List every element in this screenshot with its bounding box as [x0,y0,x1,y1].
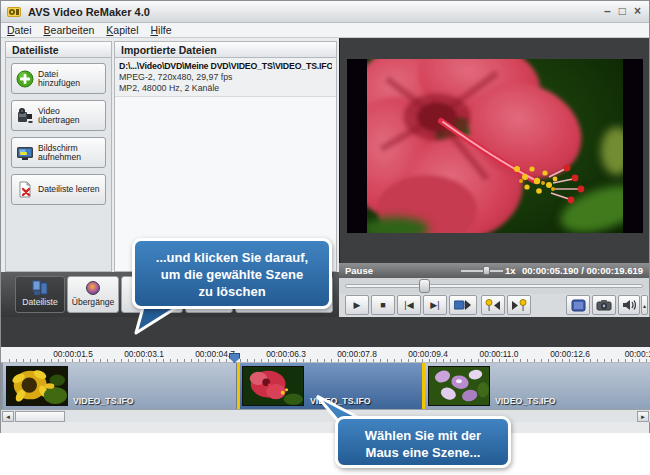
transitions-tab-icon [85,280,101,296]
file-audio-info: MP2, 48000 Hz, 2 Kanäle [119,83,332,93]
add-file-icon [15,69,35,89]
capture-video-icon [15,106,35,126]
speed-slider[interactable] [461,270,503,272]
window-title: AVS Video ReMaker 4.0 [28,6,150,18]
timeline-ruler[interactable]: 00:00:01.5 00:00:03.1 00:00:04.7 00:00:0… [1,347,650,363]
menu-bar: Datei Bearbeiten Kapitel Hilfe [1,23,649,38]
scrollbar-thumb[interactable] [15,411,65,422]
seek-track[interactable] [345,284,643,288]
imported-panel-header: Importierte Dateien [114,41,337,58]
screen-capture-button[interactable]: Bildschirm aufnehmen [11,137,106,168]
playback-status: Pause [345,265,373,276]
transport-controls: ▶ ■ |◀ ▶| [339,294,649,317]
app-icon [6,5,22,19]
snapshot-button[interactable] [592,295,616,315]
minimize-button[interactable]: – [604,4,611,18]
clear-list-icon [15,180,35,200]
title-bar: AVS Video ReMaker 4.0 – □ × [1,1,649,23]
play-button[interactable]: ▶ [345,295,369,315]
next-marker-button[interactable] [507,295,531,315]
video-image-hibiscus [367,59,623,233]
previous-frame-button[interactable]: |◀ [397,295,421,315]
next-scene-icon [454,299,472,311]
speed-value: 1x [505,265,516,276]
seek-handle[interactable] [419,279,430,293]
menu-bearbeiten[interactable]: Bearbeiten [38,24,101,36]
menu-datei[interactable]: Datei [1,24,38,36]
scroll-right-button[interactable]: ► [637,411,649,422]
next-scene-button[interactable] [449,295,477,315]
callout-select-hint: Wählen Sie mit der Maus eine Szene... [335,416,511,468]
stop-button[interactable]: ■ [371,295,395,315]
seek-bar [339,278,649,294]
clear-list-button[interactable]: Dateiliste leeren [11,174,106,205]
file-panel-header: Dateiliste [5,41,112,58]
timeline-clip-3[interactable]: VIDEO_TS.IFO [425,363,650,409]
clip-label: VIDEO_TS.IFO [73,396,134,406]
speaker-icon [622,299,636,311]
video-preview-frame [339,38,649,263]
file-video-info: MPEG-2, 720x480, 29,97 fps [119,72,332,82]
speed-slider-handle[interactable] [483,266,490,275]
tab-uebergaenge[interactable]: Übergänge [67,276,119,313]
volume-button[interactable] [618,295,640,315]
fullscreen-icon [571,299,586,312]
file-list-panel: Dateiliste Datei hinzufügen [5,41,112,272]
add-file-button[interactable]: Datei hinzufügen [11,63,106,94]
timeline-clip-1[interactable]: VIDEO_TS.IFO [3,363,237,409]
tab-dateiliste[interactable]: Dateiliste [15,276,65,313]
menu-kapitel[interactable]: Kapitel [100,24,144,36]
capture-video-button[interactable]: Video übertragen [11,100,106,131]
clip-1-thumbnail-sunflower [6,366,68,406]
imported-file-entry[interactable]: D:\...\Video\DVD\Meine DVD\VIDEO_TS\VIDE… [115,58,336,97]
volume-expand-button[interactable]: ▴ [641,295,648,315]
previous-marker-button[interactable] [481,295,505,315]
scroll-left-button[interactable]: ◄ [2,411,14,422]
callout-delete-hint: ...und klicken Sie darauf, um die gewähl… [132,238,332,309]
playback-status-bar: Pause 1x 00:00:05.190 / 00:00:19.619 [339,263,649,278]
fullscreen-button[interactable] [566,295,590,315]
app-window: AVS Video ReMaker 4.0 – □ × Datei Bearbe… [0,0,650,433]
file-list-tab-icon [32,280,48,296]
timecode: 00:00:05.190 / 00:00:19.619 [522,265,643,276]
previous-marker-icon [485,299,501,312]
maximize-button[interactable]: □ [619,4,626,18]
next-marker-icon [511,299,527,312]
file-path: D:\...\Video\DVD\Meine DVD\VIDEO_TS\VIDE… [119,61,332,71]
ruler-ticks [1,358,650,362]
next-frame-button[interactable]: ▶| [423,295,447,315]
camera-icon [596,299,612,311]
clip-3-thumbnail-foxglove [428,366,490,406]
video-letterbox [347,59,643,233]
menu-hilfe[interactable]: Hilfe [144,24,177,36]
toolbar-strip: Aufteilen Löschen [1,317,650,347]
screen-capture-icon [15,143,35,163]
clip-2-thumbnail-hibiscus [242,366,304,406]
clip-label: VIDEO_TS.IFO [495,396,556,406]
close-button[interactable]: × [634,4,641,18]
